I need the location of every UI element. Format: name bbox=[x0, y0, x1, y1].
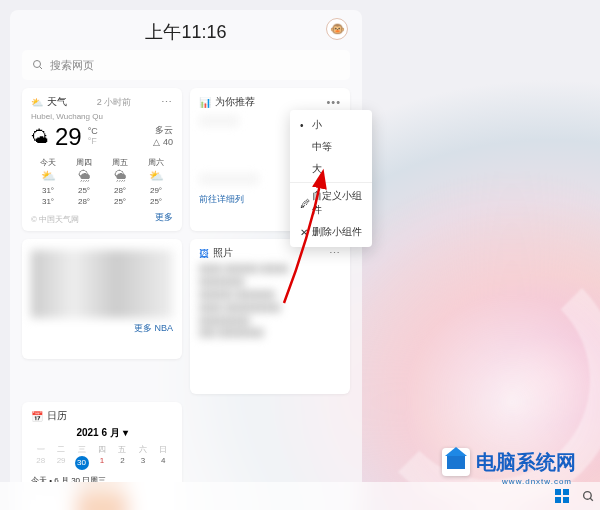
sports-widget[interactable]: 更多 NBA bbox=[22, 239, 182, 359]
menu-separator bbox=[290, 182, 372, 183]
svg-point-0 bbox=[34, 61, 41, 68]
recommend-more-button[interactable]: ••• bbox=[326, 96, 341, 108]
panel-header: 上午11:16 🐵 bbox=[22, 18, 350, 50]
weather-subinfo: △ 40 bbox=[153, 137, 173, 147]
blurred-label bbox=[199, 115, 239, 127]
svg-rect-4 bbox=[555, 497, 561, 503]
menu-customize[interactable]: 🖉自定义小组件 bbox=[290, 185, 372, 221]
calendar-title: 日历 bbox=[47, 409, 67, 423]
taskbar[interactable] bbox=[0, 482, 600, 510]
chart-up-icon: 📊 bbox=[199, 97, 211, 108]
menu-size-medium[interactable]: 中等 bbox=[290, 136, 372, 158]
weather-location: Hubei, Wuchang Qu bbox=[31, 112, 173, 121]
search-placeholder: 搜索网页 bbox=[50, 58, 94, 73]
weather-widget[interactable]: ⛅天气 2 小时前 ⋯ Hubei, Wuchang Qu 🌤 29 °C°F … bbox=[22, 88, 182, 231]
blurred-line bbox=[199, 173, 259, 185]
weather-title: 天气 bbox=[47, 95, 67, 109]
svg-rect-5 bbox=[563, 497, 569, 503]
menu-size-small[interactable]: •小 bbox=[290, 114, 372, 136]
menu-size-large[interactable]: 大 bbox=[290, 158, 372, 180]
weather-attribution: © 中国天气网 bbox=[31, 214, 79, 225]
weather-main-icon: 🌤 bbox=[31, 127, 49, 148]
forecast-day[interactable]: 今天⛅31°31° bbox=[31, 157, 65, 207]
widgets-panel: 上午11:16 🐵 搜索网页 ⛅天气 2 小时前 ⋯ Hubei, Wuchan… bbox=[10, 10, 362, 510]
forecast-day[interactable]: 周六⛅29°25° bbox=[139, 157, 173, 207]
photo-more-button[interactable]: ⋯ bbox=[329, 247, 341, 260]
weather-icon: ⛅ bbox=[31, 97, 43, 108]
forecast-row: 今天⛅31°31° 周四🌦25°28° 周五🌦28°25° 周六⛅29°25° bbox=[31, 157, 173, 207]
weather-more-button[interactable]: ⋯ bbox=[161, 96, 173, 109]
weather-temp: 29 bbox=[55, 123, 82, 151]
search-input[interactable]: 搜索网页 bbox=[22, 50, 350, 80]
watermark-url: www.dnxtw.com bbox=[502, 477, 572, 486]
watermark: 电脑系统网 bbox=[442, 448, 576, 476]
clock-text: 上午11:16 bbox=[145, 22, 226, 42]
user-avatar[interactable]: 🐵 bbox=[326, 18, 348, 40]
calendar-grid[interactable]: 一二三四五六日 2829301234 bbox=[31, 444, 173, 470]
weather-updated: 2 小时前 bbox=[97, 96, 132, 109]
watermark-logo bbox=[442, 448, 470, 476]
watermark-text: 电脑系统网 bbox=[476, 449, 576, 476]
forecast-day[interactable]: 周五🌦28°25° bbox=[103, 157, 137, 207]
sports-more-link[interactable]: 更多 NBA bbox=[31, 322, 173, 335]
taskbar-search-icon[interactable] bbox=[580, 488, 596, 504]
photo-blurred-content: ████ ██████ ███████████████████ ████████… bbox=[199, 263, 341, 375]
svg-line-7 bbox=[590, 498, 593, 501]
recommend-title: 为你推荐 bbox=[215, 95, 255, 109]
start-button[interactable] bbox=[554, 488, 570, 504]
forecast-day[interactable]: 周四🌦25°28° bbox=[67, 157, 101, 207]
svg-point-6 bbox=[583, 491, 591, 499]
svg-rect-2 bbox=[555, 489, 561, 495]
sports-blurred-content bbox=[31, 250, 173, 318]
svg-rect-3 bbox=[563, 489, 569, 495]
photo-icon: 🖼 bbox=[199, 248, 209, 259]
photo-title: 照片 bbox=[213, 246, 233, 260]
widget-context-menu: •小 中等 大 🖉自定义小组件 ✕删除小组件 bbox=[290, 110, 372, 247]
menu-remove[interactable]: ✕删除小组件 bbox=[290, 221, 372, 243]
calendar-icon: 📅 bbox=[31, 411, 43, 422]
photo-widget[interactable]: 🖼照片 ⋯ ████ ██████ ███████████████████ ██… bbox=[190, 239, 350, 394]
unit-fahrenheit[interactable]: °F bbox=[88, 137, 98, 147]
weather-condition: 多云 bbox=[155, 125, 173, 135]
calendar-month[interactable]: 2021 6 月 ▾ bbox=[31, 426, 173, 440]
svg-line-1 bbox=[40, 67, 43, 70]
search-icon bbox=[32, 59, 44, 71]
